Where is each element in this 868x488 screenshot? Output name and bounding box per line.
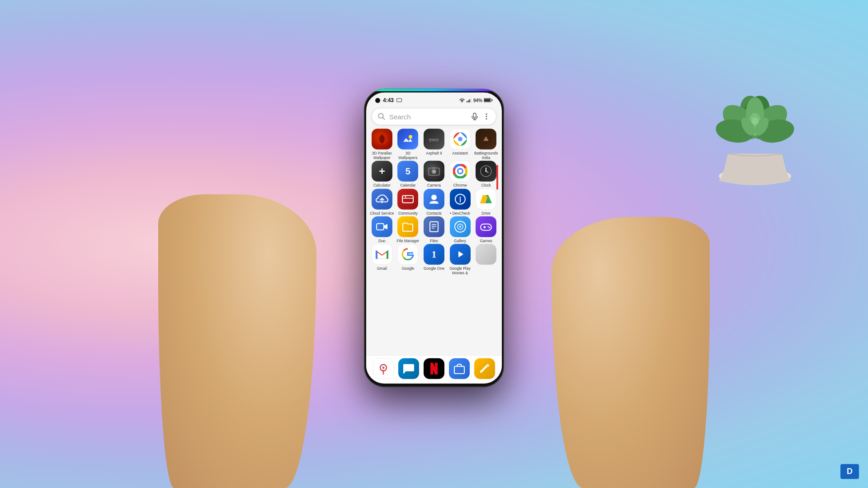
app-label-gmail: Gmail <box>377 266 387 271</box>
app-icon-community <box>397 188 418 209</box>
app-calculator[interactable]: Calculator <box>370 161 394 188</box>
search-bar[interactable]: Search <box>372 108 496 125</box>
app-gmail[interactable]: Gmail <box>370 244 394 275</box>
svg-marker-78 <box>458 251 463 258</box>
dock-icon-pencil <box>474 358 495 379</box>
app-assistant[interactable]: Assistant <box>448 129 472 160</box>
battery-icon <box>484 98 493 103</box>
svg-rect-12 <box>467 101 467 103</box>
dock-messages[interactable] <box>398 358 419 379</box>
app-icon-gallery <box>450 216 471 237</box>
status-time: 4:43 <box>383 97 394 103</box>
svg-point-75 <box>489 227 491 228</box>
dock-maps[interactable] <box>373 358 394 379</box>
app-community[interactable]: Community <box>396 188 420 215</box>
phone-screen: 4:43 94% <box>366 93 502 384</box>
right-hand <box>552 217 710 488</box>
app-duo[interactable]: Duo <box>370 216 394 243</box>
app-partial[interactable] <box>474 244 498 275</box>
dock-icon-maps <box>373 358 394 379</box>
dock-pencil[interactable] <box>474 358 495 379</box>
app-icon-camera <box>424 161 444 182</box>
phone-body: 4:43 94% <box>364 89 504 387</box>
dock-store[interactable] <box>449 358 470 379</box>
microphone-icon[interactable] <box>471 112 479 121</box>
app-label-3dparallax: 3D Parallax Wallpaper <box>370 151 394 160</box>
app-gallery[interactable]: Gallery <box>448 216 472 243</box>
svg-point-74 <box>488 226 489 227</box>
svg-point-11 <box>751 117 759 125</box>
app-games[interactable]: Games <box>474 216 498 243</box>
app-bgmi[interactable]: Battlegrounds India <box>474 129 498 160</box>
status-extra-icon <box>396 99 402 102</box>
app-label-gallery: Gallery <box>454 239 466 243</box>
dock-icon-messages <box>398 358 419 379</box>
svg-line-20 <box>382 117 385 120</box>
app-label-filemanager: File Manager <box>397 239 420 243</box>
app-3dwallpapers[interactable]: 3D Wallpapers <box>396 129 420 160</box>
app-icon-cloudservice <box>372 188 392 209</box>
app-icon-chrome <box>450 161 471 182</box>
app-label-files: Files <box>430 239 438 243</box>
svg-rect-15 <box>471 98 472 103</box>
app-clock[interactable]: Clock <box>474 161 498 188</box>
app-contacts[interactable]: Contacts <box>422 188 446 215</box>
app-filemanager[interactable]: File Manager <box>396 216 420 243</box>
app-googleplaymovies[interactable]: Google Play Movies & <box>448 244 472 275</box>
app-files[interactable]: Files <box>422 216 446 243</box>
plant-decoration <box>678 0 832 190</box>
svg-point-58 <box>405 196 406 197</box>
svg-rect-18 <box>492 99 493 101</box>
app-label-cloudservice: Cloud Service <box>370 211 394 215</box>
app-row-4: Duo File Manager Files <box>369 216 499 243</box>
app-chrome[interactable]: Chrome <box>448 161 472 188</box>
svg-point-24 <box>486 113 487 115</box>
app-icon-devcheck <box>450 188 471 209</box>
app-label-devcheck: • DevCheck <box>450 211 470 215</box>
app-asphalt9[interactable]: Asphalt 9 <box>422 129 446 160</box>
app-icon-duo <box>372 216 392 237</box>
app-cloudservice[interactable]: Cloud Service <box>370 188 394 215</box>
svg-point-29 <box>380 135 384 144</box>
app-icon-3dwallpapers <box>397 129 418 150</box>
dock-icon-store <box>449 358 470 379</box>
dock <box>366 355 502 384</box>
svg-point-45 <box>433 170 435 173</box>
app-icon-asphalt9 <box>424 129 444 150</box>
scroll-indicator <box>496 165 498 190</box>
app-label-google: Google <box>402 266 414 271</box>
app-label-community: Community <box>398 211 418 215</box>
svg-point-30 <box>409 135 412 139</box>
app-drive[interactable]: Drive <box>474 188 498 215</box>
app-row-2: Calculator 5 Calendar Camera <box>369 161 499 188</box>
app-label-calculator: Calculator <box>373 183 391 188</box>
app-label-assistant: Assistant <box>452 151 468 155</box>
more-icon[interactable] <box>482 113 491 121</box>
app-icon-googleone: 1 <box>424 244 444 265</box>
app-devcheck[interactable]: • DevCheck <box>448 188 472 215</box>
svg-point-59 <box>431 194 437 200</box>
app-icon-drive <box>476 188 496 209</box>
svg-rect-14 <box>469 99 470 103</box>
app-google[interactable]: Google <box>396 244 420 275</box>
app-icon-partial <box>476 244 496 265</box>
battery-text: 94% <box>473 98 482 103</box>
app-label-googleplaymovies: Google Play Movies & <box>448 266 472 275</box>
svg-rect-76 <box>376 251 377 259</box>
app-camera[interactable]: Camera <box>422 161 446 188</box>
svg-rect-77 <box>387 251 388 259</box>
app-googleone[interactable]: 1 Google One <box>422 244 446 275</box>
app-3dparallax[interactable]: 3D Parallax Wallpaper <box>370 129 394 160</box>
app-label-calendar: Calendar <box>400 183 416 188</box>
app-label-contacts: Contacts <box>426 211 442 215</box>
app-calendar[interactable]: 5 Calendar <box>396 161 420 188</box>
svg-point-50 <box>458 169 462 173</box>
svg-rect-63 <box>377 224 384 230</box>
svg-point-26 <box>486 118 487 120</box>
dock-netflix[interactable] <box>424 358 444 379</box>
svg-point-36 <box>437 141 438 142</box>
app-label-duo: Duo <box>378 239 386 243</box>
svg-point-61 <box>459 197 461 198</box>
app-label-chrome: Chrome <box>453 183 467 188</box>
phone-top-gradient <box>364 89 504 91</box>
